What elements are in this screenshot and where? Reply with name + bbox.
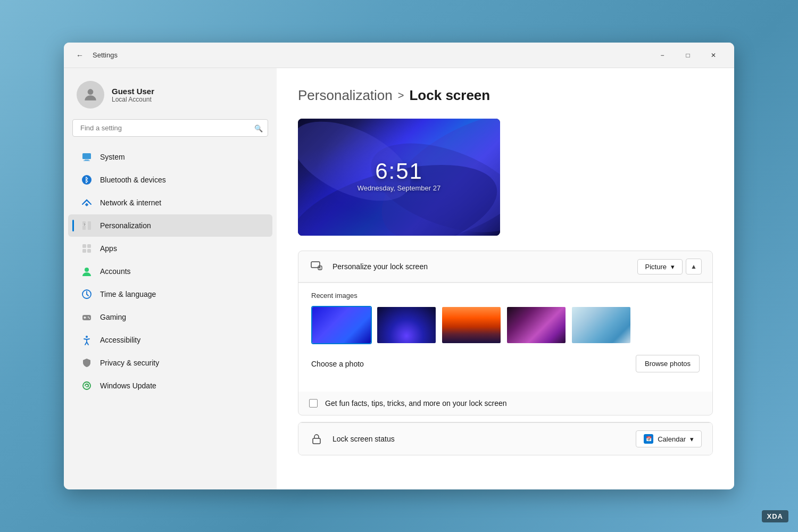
svg-rect-7 <box>82 226 86 230</box>
sidebar-item-label-personalization: Personalization <box>100 221 151 230</box>
svg-point-21 <box>88 317 89 318</box>
sidebar-item-accounts[interactable]: Accounts <box>68 260 272 282</box>
breadcrumb-separator: > <box>398 89 404 102</box>
sidebar-item-apps[interactable]: Apps <box>68 237 272 260</box>
sidebar-item-label-privacy: Privacy & security <box>100 359 159 367</box>
user-name: Guest User <box>112 87 154 96</box>
svg-rect-11 <box>87 244 91 248</box>
image-thumb-2[interactable] <box>376 306 437 344</box>
search-bar: 🔍 <box>72 119 268 137</box>
personalize-row: Personalize your lock screen Picture ▾ ▲ <box>298 251 712 282</box>
accounts-icon <box>81 265 93 277</box>
svg-rect-9 <box>88 221 91 230</box>
sidebar-item-label-bluetooth: Bluetooth & devices <box>100 176 166 184</box>
breadcrumb-current: Lock screen <box>409 87 490 104</box>
thumb-preview-2 <box>377 307 436 343</box>
image-thumb-4[interactable] <box>506 306 567 344</box>
privacy-icon <box>81 357 93 369</box>
minimize-button[interactable]: − <box>650 47 675 64</box>
expand-button[interactable]: ▲ <box>686 259 702 275</box>
choose-photo-row: Choose a photo Browse photos <box>311 355 700 372</box>
calendar-chevron-icon: ▾ <box>690 435 694 443</box>
user-section: Guest User Local Account <box>64 68 277 119</box>
back-button[interactable]: ← <box>72 48 87 63</box>
sidebar-item-time[interactable]: Time & language <box>68 283 272 305</box>
image-thumb-1[interactable] <box>311 306 372 344</box>
svg-rect-2 <box>85 160 89 161</box>
sidebar-item-label-time: Time & language <box>100 290 156 298</box>
sidebar-item-gaming[interactable]: Gaming <box>68 306 272 328</box>
lock-status-label: Lock screen status <box>332 435 627 443</box>
gaming-icon <box>81 311 93 323</box>
lock-status-card: Lock screen status 📅 Calendar ▾ <box>298 422 713 455</box>
choose-photo-label: Choose a photo <box>311 360 364 368</box>
personalize-control: Picture ▾ ▲ <box>637 259 702 275</box>
settings-window: ← Settings − □ ✕ Guest User Local Accoun… <box>64 43 734 489</box>
sidebar-item-label-system: System <box>100 153 125 161</box>
maximize-button[interactable]: □ <box>676 47 700 64</box>
sidebar-item-network[interactable]: Network & internet <box>68 192 272 214</box>
lock-status-control: 📅 Calendar ▾ <box>636 430 702 447</box>
monitor-lock-icon <box>311 261 322 272</box>
lockscreen-background: 6:51 Wednesday, September 27 <box>298 119 500 236</box>
breadcrumb-parent[interactable]: Personalization <box>298 87 393 104</box>
titlebar: ← Settings − □ ✕ <box>64 43 734 68</box>
apps-icon <box>81 243 93 254</box>
breadcrumb: Personalization > Lock screen <box>298 87 713 104</box>
avatar <box>77 81 104 109</box>
svg-point-24 <box>83 382 90 389</box>
thumb-preview-3 <box>442 307 501 343</box>
date-value: Wednesday, September 27 <box>358 184 440 192</box>
sidebar-item-update[interactable]: Windows Update <box>68 375 272 397</box>
svg-rect-3 <box>84 161 90 161</box>
sidebar-item-personalization[interactable]: Personalization <box>68 214 272 237</box>
time-value: 6:51 <box>358 159 440 184</box>
svg-point-6 <box>86 205 88 206</box>
browse-photos-button[interactable]: Browse photos <box>636 355 700 372</box>
svg-point-22 <box>89 318 90 319</box>
close-button[interactable]: ✕ <box>701 47 726 64</box>
search-icon: 🔍 <box>254 124 263 132</box>
personalize-label: Personalize your lock screen <box>332 262 629 271</box>
thumb-preview-4 <box>507 307 566 343</box>
sidebar-item-privacy[interactable]: Privacy & security <box>68 352 272 374</box>
svg-rect-35 <box>313 438 320 444</box>
lockscreen-time-display: 6:51 Wednesday, September 27 <box>358 159 440 192</box>
lockscreen-settings-card: Personalize your lock screen Picture ▾ ▲… <box>298 251 713 415</box>
svg-rect-1 <box>82 153 91 159</box>
lock-status-row: Lock screen status 📅 Calendar ▾ <box>298 422 712 455</box>
content-area: Guest User Local Account 🔍 SystemᛒBlueto… <box>64 68 734 489</box>
main-content: Personalization > Lock screen 6:51 <box>277 68 734 489</box>
image-thumb-5[interactable] <box>571 306 631 344</box>
nav-list: SystemᛒBluetooth & devicesNetwork & inte… <box>64 145 277 397</box>
svg-text:ᛒ: ᛒ <box>85 176 89 184</box>
svg-line-17 <box>87 294 88 296</box>
sidebar-item-bluetooth[interactable]: ᛒBluetooth & devices <box>68 169 272 191</box>
search-input[interactable] <box>72 119 268 137</box>
lockscreen-preview: 6:51 Wednesday, September 27 <box>298 119 500 236</box>
system-icon <box>81 151 93 163</box>
calendar-dropdown[interactable]: 📅 Calendar ▾ <box>636 430 702 447</box>
time-icon <box>81 288 93 300</box>
personalize-dropdown[interactable]: Picture ▾ <box>637 259 683 275</box>
fun-facts-checkbox[interactable] <box>309 399 318 408</box>
checkbox-row: Get fun facts, tips, tricks, and more on… <box>298 392 712 415</box>
user-avatar-icon <box>82 86 99 103</box>
sidebar-item-label-gaming: Gaming <box>100 313 126 321</box>
personalization-icon <box>81 220 93 231</box>
active-indicator <box>72 220 74 231</box>
sidebar-item-system[interactable]: System <box>68 146 272 168</box>
svg-point-23 <box>86 336 88 338</box>
sidebar-item-label-accounts: Accounts <box>100 267 131 276</box>
sidebar-item-accessibility[interactable]: Accessibility <box>68 329 272 351</box>
sidebar-item-label-apps: Apps <box>100 244 117 253</box>
thumb-preview-1 <box>312 307 371 343</box>
sidebar-item-label-network: Network & internet <box>100 198 161 207</box>
recent-images-label: Recent images <box>311 292 700 300</box>
calendar-icon: 📅 <box>644 434 653 444</box>
svg-rect-10 <box>82 244 86 248</box>
svg-point-14 <box>85 268 89 272</box>
image-thumb-3[interactable] <box>441 306 502 344</box>
window-controls: − □ ✕ <box>650 47 726 64</box>
network-icon <box>81 197 93 209</box>
